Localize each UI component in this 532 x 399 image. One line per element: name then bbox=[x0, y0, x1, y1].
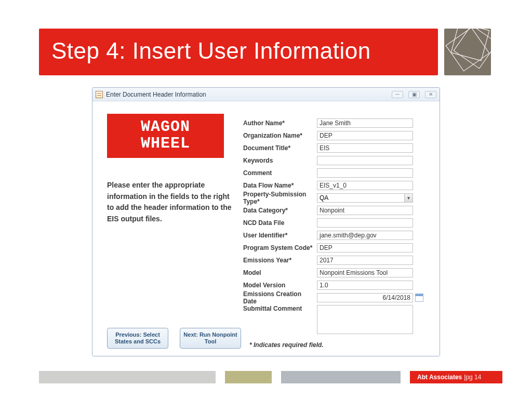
keywords-input[interactable] bbox=[317, 156, 413, 165]
submittal-textarea[interactable] bbox=[317, 305, 413, 334]
modelv-input[interactable] bbox=[317, 281, 413, 290]
next-button[interactable]: Next: Run Nonpoint Tool bbox=[180, 328, 241, 349]
footer-bar: Abt Associates | pg 14 bbox=[0, 371, 532, 383]
comment-input[interactable] bbox=[317, 168, 413, 178]
ecd-input[interactable] bbox=[317, 293, 413, 302]
modelv-label: Model Version bbox=[243, 282, 317, 289]
calendar-icon[interactable] bbox=[415, 294, 423, 302]
instruction-text: Please enter the appropriate information… bbox=[107, 180, 237, 225]
dataflow-input[interactable] bbox=[317, 181, 413, 190]
userid-label: User Identifier* bbox=[243, 232, 317, 239]
dialog-window: Enter Document Header Information ─ ▣ ✕ … bbox=[92, 87, 440, 356]
window-titlebar: Enter Document Header Information ─ ▣ ✕ bbox=[92, 88, 440, 101]
footer-credit: Abt Associates | pg 14 bbox=[410, 371, 502, 383]
submittal-label: Submittal Comment bbox=[243, 305, 317, 312]
slide-title: Step 4: Insert User Information bbox=[39, 29, 438, 75]
author-label: Author Name* bbox=[243, 119, 317, 127]
model-label: Model bbox=[243, 269, 317, 276]
comment-label: Comment bbox=[243, 169, 317, 177]
previous-button[interactable]: Previous: Select States and SCCs bbox=[107, 328, 168, 349]
datacat-input[interactable] bbox=[317, 206, 413, 215]
author-input[interactable] bbox=[317, 118, 413, 128]
org-input[interactable] bbox=[317, 131, 413, 140]
psc-label: Program System Code* bbox=[243, 244, 317, 251]
keywords-label: Keywords bbox=[243, 157, 317, 164]
year-input[interactable] bbox=[317, 256, 413, 265]
userid-input[interactable] bbox=[317, 231, 413, 240]
doctitle-label: Document Title* bbox=[243, 144, 317, 152]
ecd-label: Emissions Creation Date bbox=[243, 290, 317, 305]
close-button[interactable]: ✕ bbox=[425, 91, 436, 98]
maximize-button[interactable]: ▣ bbox=[408, 91, 420, 98]
subtype-select[interactable] bbox=[317, 193, 413, 203]
psc-input[interactable] bbox=[317, 243, 413, 252]
datacat-label: Data Category* bbox=[243, 207, 317, 214]
ncd-label: NCD Data File bbox=[243, 219, 317, 227]
window-controls: ─ ▣ ✕ bbox=[392, 91, 436, 98]
ncd-input[interactable] bbox=[317, 218, 413, 228]
dataflow-label: Data Flow Name* bbox=[243, 182, 317, 189]
form: Author Name* Organization Name* Document… bbox=[243, 105, 434, 351]
org-label: Organization Name* bbox=[243, 132, 317, 139]
required-note: * Indicates required field. bbox=[243, 341, 432, 349]
svg-rect-2 bbox=[446, 29, 489, 71]
form-icon bbox=[96, 91, 103, 98]
model-input[interactable] bbox=[317, 268, 413, 277]
year-label: Emissions Year* bbox=[243, 257, 317, 264]
subtype-label: Property-Submission Type* bbox=[243, 191, 317, 205]
minimize-button[interactable]: ─ bbox=[392, 91, 403, 98]
window-title: Enter Document Header Information bbox=[106, 91, 392, 98]
title-ornament bbox=[444, 29, 491, 75]
app-logo: WAGON WHEEL bbox=[107, 114, 224, 158]
doctitle-input[interactable] bbox=[317, 143, 413, 153]
svg-rect-1 bbox=[454, 29, 491, 69]
